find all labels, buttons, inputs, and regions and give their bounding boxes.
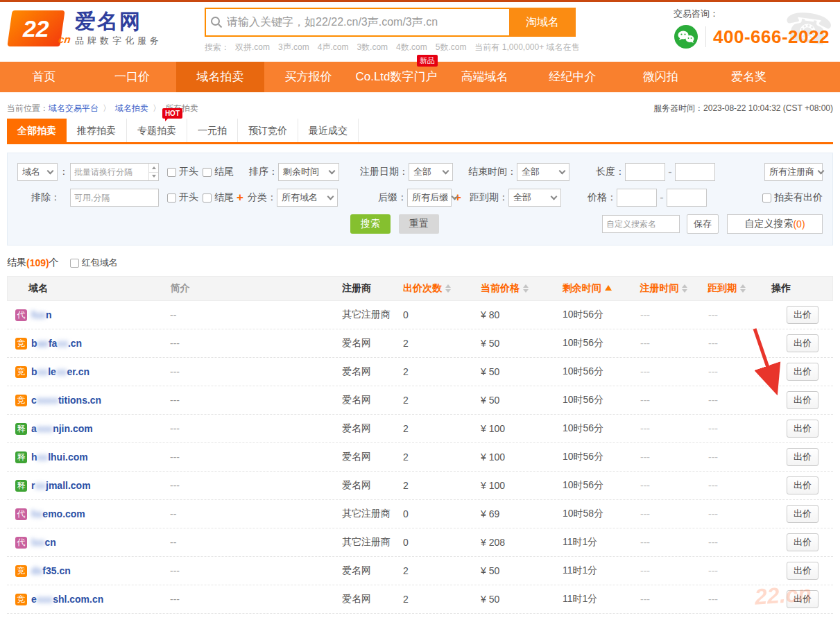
breadcrumb-separator: 〉 xyxy=(103,103,111,114)
hot-search-link[interactable]: 3数.com xyxy=(357,42,388,52)
site-logo[interactable]: 22 cn 爱名网 品牌数字化服务 xyxy=(10,10,162,47)
tab-一元拍[interactable]: 一元拍 xyxy=(187,119,238,142)
column-header-6[interactable]: 注册时间 xyxy=(640,282,708,295)
checkbox-icon[interactable] xyxy=(167,168,176,177)
domain-link[interactable]: rxxjmall.com xyxy=(31,480,91,491)
nav-item-一口价[interactable]: 一口价 xyxy=(88,62,176,92)
exclude-input[interactable] xyxy=(70,189,159,207)
hot-search-link[interactable]: 3声.com xyxy=(278,42,309,52)
nav-item-Co.Ltd数字门户[interactable]: Co.Ltd数字门户新品 xyxy=(352,62,440,92)
breadcrumb-link-auction[interactable]: 域名拍卖 xyxy=(115,103,148,114)
bid-button[interactable]: 出价 xyxy=(787,533,818,551)
starts-with-checkbox[interactable]: 开头 xyxy=(167,166,198,178)
exclude-ends-checkbox[interactable]: 结尾 xyxy=(203,191,234,204)
reg-date-select[interactable]: 全部 xyxy=(409,163,453,181)
custom-search-name-input[interactable] xyxy=(602,215,680,233)
add-condition-icon[interactable]: + xyxy=(237,191,243,205)
nav-item-爱名奖[interactable]: 爱名奖 xyxy=(705,62,793,92)
domain-link[interactable]: dxf35.cn xyxy=(31,565,71,576)
nav-item-首页[interactable]: 首页 xyxy=(0,62,88,92)
nav-item-域名拍卖[interactable]: 域名拍卖 xyxy=(176,62,264,92)
column-header-3[interactable]: 出价次数 xyxy=(403,282,481,295)
checkbox-icon[interactable] xyxy=(203,168,212,177)
domain-link[interactable]: baofaxx.cn xyxy=(31,338,82,349)
nav-item-高端域名[interactable]: 高端域名 xyxy=(440,62,529,92)
expire-select[interactable]: 全部 xyxy=(508,189,561,207)
save-button[interactable]: 保存 xyxy=(687,214,719,234)
checkbox-icon[interactable] xyxy=(167,193,176,203)
custom-search-box[interactable]: 自定义搜索(0) xyxy=(727,214,823,234)
logo-cn: cn xyxy=(58,33,71,45)
tab-全部拍卖[interactable]: 全部拍卖 xyxy=(7,119,67,142)
red-packet-checkbox[interactable]: 红包域名 xyxy=(70,257,118,269)
tab-预订竞价[interactable]: 预订竞价 xyxy=(238,119,298,142)
hot-search-link[interactable]: 5数.com xyxy=(436,42,467,52)
tab-label: 全部拍卖 xyxy=(17,125,56,136)
bid-button[interactable]: 出价 xyxy=(787,562,818,580)
column-header-label: 出价次数 xyxy=(403,282,442,295)
bid-button[interactable]: 出价 xyxy=(787,505,818,523)
column-header-4[interactable]: 当前价格 xyxy=(481,282,563,295)
checkbox-icon[interactable] xyxy=(762,193,771,203)
domain-link[interactable]: hxemo.com xyxy=(31,508,85,519)
tab-最近成交[interactable]: 最近成交 xyxy=(298,119,359,142)
time-remaining: 10时56分 xyxy=(563,451,640,463)
tab-专题拍卖[interactable]: 专题拍卖HOT xyxy=(127,119,187,142)
wechat-icon[interactable] xyxy=(674,24,698,49)
suffix-select[interactable]: 所有后缀 xyxy=(407,189,452,207)
hot-search-link[interactable]: 双拼.com xyxy=(235,42,270,52)
sort-select[interactable]: 剩余时间 xyxy=(278,163,339,181)
domain-text: h xyxy=(31,451,37,463)
nav-item-微闪拍[interactable]: 微闪拍 xyxy=(617,62,705,92)
search-button[interactable]: 搜索 xyxy=(350,214,391,234)
bid-button[interactable]: 出价 xyxy=(787,448,818,466)
length-min-input[interactable] xyxy=(625,163,665,181)
checkbox-icon[interactable] xyxy=(70,259,79,268)
breadcrumb-link-platform[interactable]: 域名交易平台 xyxy=(49,103,98,114)
tab-推荐拍卖[interactable]: 推荐拍卖 xyxy=(67,119,127,142)
domain-link[interactable]: hxxlhui.com xyxy=(31,451,88,463)
domain-link[interactable]: cxxxxtitions.cn xyxy=(31,395,101,406)
spinner-down-icon[interactable] xyxy=(149,172,158,181)
has-bid-checkbox[interactable]: 拍卖有出价 xyxy=(762,191,823,204)
batch-keywords-input[interactable] xyxy=(71,164,148,180)
nav-item-买方报价[interactable]: 买方报价 xyxy=(264,62,352,92)
hot-search-link[interactable]: 4声.com xyxy=(318,42,349,52)
search-input[interactable] xyxy=(227,9,509,35)
main-nav: 首页一口价域名拍卖买方报价Co.Ltd数字门户新品高端域名经纪中介微闪拍爱名奖 xyxy=(0,62,840,92)
end-time-select[interactable]: 全部 xyxy=(517,163,569,181)
batch-input-box xyxy=(70,163,159,181)
reset-button[interactable]: 重置 xyxy=(399,214,439,234)
length-max-input[interactable] xyxy=(675,163,715,181)
domain-link[interactable]: lxxcn xyxy=(31,537,56,548)
ends-with-checkbox[interactable]: 结尾 xyxy=(203,166,234,178)
nav-item-经纪中介[interactable]: 经纪中介 xyxy=(529,62,617,92)
bid-button[interactable]: 出价 xyxy=(787,391,818,409)
spinner-control[interactable] xyxy=(148,164,158,180)
bid-button[interactable]: 出价 xyxy=(787,476,818,494)
spinner-up-icon[interactable] xyxy=(149,164,158,172)
bid-button[interactable]: 出价 xyxy=(787,334,818,352)
registrar-select[interactable]: 所有注册商 xyxy=(764,163,823,181)
chevron-down-icon xyxy=(818,167,825,174)
column-header-7[interactable]: 距到期 xyxy=(708,282,771,295)
bid-button[interactable]: 出价 xyxy=(787,420,818,438)
exclude-starts-checkbox[interactable]: 开头 xyxy=(167,191,198,204)
domain-link[interactable]: fuxn xyxy=(31,309,52,320)
domain-search-button[interactable]: 淘域名 xyxy=(509,8,576,37)
field-type-select[interactable]: 域名 xyxy=(17,163,58,181)
bid-button[interactable]: 出价 xyxy=(787,306,818,324)
price-min-input[interactable] xyxy=(617,189,657,207)
domain-link[interactable]: exxxshl.com.cn xyxy=(31,594,103,605)
domain-link[interactable]: bxxlexxer.cn xyxy=(31,366,89,377)
domain-link[interactable]: axxxnjin.com xyxy=(31,423,93,434)
price-max-input[interactable] xyxy=(667,189,707,207)
column-header-2: 注册商 xyxy=(342,282,403,295)
suffix-label: 后缀： xyxy=(378,191,407,204)
category-select[interactable]: 所有域名 xyxy=(277,189,338,207)
bid-button[interactable]: 出价 xyxy=(787,363,818,381)
bid-button[interactable]: 出价 xyxy=(787,590,818,608)
checkbox-icon[interactable] xyxy=(203,193,212,203)
hot-search-link[interactable]: 4数.com xyxy=(396,42,427,52)
column-header-5[interactable]: 剩余时间 xyxy=(563,282,640,295)
